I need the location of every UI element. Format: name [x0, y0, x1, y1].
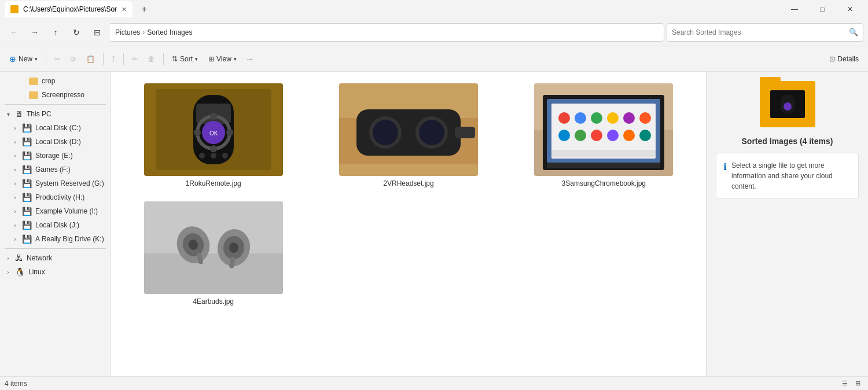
file-item-chromebook[interactable]: 3SamsungChromebook.jpg — [511, 81, 697, 190]
details-info-box: ℹ Select a single file to get more infor… — [716, 153, 859, 199]
view-chevron-icon: ▾ — [234, 56, 237, 62]
info-icon: ℹ — [723, 161, 727, 172]
sidebar-item-drive-k[interactable]: › 💾 A Really Big Drive (K:) — [0, 232, 111, 246]
sidebar-item-screenpresso[interactable]: Screenpresso — [0, 88, 111, 102]
drive-j-icon: 💾 — [22, 220, 32, 230]
expand-icon-drive-g: › — [12, 180, 19, 187]
file-item-vr[interactable]: 2VRHeadset.jpg — [315, 81, 501, 190]
maximize-button[interactable]: □ — [809, 0, 836, 19]
tab[interactable]: C:\Users\Equinox\Pictures\Sor ✕ — [5, 1, 133, 17]
rename-button[interactable]: ✏ — [127, 50, 142, 68]
expand-icon-drive-d: › — [12, 138, 19, 145]
sidebar-item-label-drive-f: Games (F:) — [35, 165, 71, 174]
file-item-roku[interactable]: OK 1RokuRemote.jpg — [120, 81, 306, 190]
svg-point-37 — [607, 130, 619, 141]
forward-button[interactable]: → — [25, 23, 44, 42]
title-bar-controls: — □ ✕ — [781, 0, 863, 19]
expand-icon-linux: › — [5, 268, 12, 275]
sidebar-item-drive-d[interactable]: › 💾 Local Disk (D:) — [0, 135, 111, 149]
sidebar-item-label-drive-c: Local Disk (C:) — [35, 124, 81, 132]
more-button[interactable]: ··· — [242, 50, 258, 68]
sidebar-item-drive-f[interactable]: › 💾 Games (F:) — [0, 163, 111, 176]
grid-view-button[interactable]: ⊞ — [852, 378, 863, 389]
sidebar-item-label-drive-k: A Really Big Drive (K:) — [35, 235, 104, 243]
copy-button[interactable]: ⧉ — [66, 50, 80, 68]
sort-button[interactable]: ⇅ Sort ▾ — [167, 50, 203, 68]
file-item-earbuds[interactable]: 4Earbuds.jpg — [120, 199, 306, 308]
address-bar: ← → ↑ ↻ ⊟ Pictures › Sorted Images 🔍 — [0, 19, 868, 46]
new-tab-button[interactable]: + — [137, 2, 151, 16]
svg-point-30 — [591, 112, 602, 124]
sidebar-item-drive-g[interactable]: › 💾 System Reserved (G:) — [0, 176, 111, 190]
sidebar-item-linux[interactable]: › 🐧 Linux — [0, 265, 111, 279]
svg-point-20 — [419, 120, 444, 145]
address-expand-button[interactable]: ⊟ — [88, 23, 106, 42]
list-view-button[interactable]: ☰ — [839, 378, 851, 389]
close-button[interactable]: ✕ — [837, 0, 863, 19]
svg-point-34 — [558, 130, 570, 141]
sidebar-item-label-drive-i: Example Volume (I:) — [35, 207, 98, 215]
search-icon[interactable]: 🔍 — [849, 28, 858, 36]
tab-close-button[interactable]: ✕ — [122, 6, 127, 13]
drive-c-icon: 💾 — [22, 123, 32, 133]
svg-point-35 — [575, 130, 586, 141]
minimize-button[interactable]: — — [781, 0, 808, 19]
sidebar-item-drive-h[interactable]: › 💾 Productivity (H:) — [0, 190, 111, 204]
svg-point-54 — [784, 102, 792, 111]
sidebar-item-label-drive-d: Local Disk (D:) — [35, 138, 81, 146]
sidebar-item-crop[interactable]: crop — [0, 74, 111, 88]
cut-button[interactable]: ✂ — [50, 50, 65, 68]
svg-point-32 — [623, 112, 635, 124]
svg-rect-21 — [402, 128, 415, 137]
back-button[interactable]: ← — [5, 23, 23, 42]
sidebar-item-label-thispc: This PC — [27, 110, 52, 118]
file-thumb-chromebook — [534, 83, 673, 176]
drive-h-icon: 💾 — [22, 193, 32, 202]
sidebar-item-drive-c[interactable]: › 💾 Local Disk (C:) — [0, 121, 111, 135]
file-name-earbuds: 4Earbuds.jpg — [193, 297, 234, 306]
breadcrumb: Pictures › Sorted Images — [109, 23, 664, 42]
status-view-buttons: ☰ ⊞ — [839, 378, 863, 389]
delete-button[interactable]: 🗑 — [144, 50, 160, 68]
sidebar-item-thispc[interactable]: ▾ 🖥 This PC — [0, 107, 111, 121]
sidebar-item-drive-j[interactable]: › 💾 Local Disk (J:) — [0, 218, 111, 232]
sidebar-item-network[interactable]: › 🖧 Network — [0, 251, 111, 265]
sort-chevron-icon: ▾ — [195, 56, 198, 62]
drive-f-icon: 💾 — [22, 165, 32, 174]
svg-rect-40 — [547, 163, 660, 168]
share-button[interactable]: ⤴ — [107, 50, 120, 68]
sidebar-item-label-drive-h: Productivity (H:) — [35, 193, 84, 201]
sidebar-item-drive-i[interactable]: › 💾 Example Volume (I:) — [0, 204, 111, 218]
status-bar: 4 items ☰ ⊞ — [0, 376, 868, 390]
svg-point-9 — [194, 129, 201, 136]
breadcrumb-sorted-images[interactable]: Sorted Images — [147, 28, 192, 36]
new-button[interactable]: ⊕ New ▾ — [5, 50, 42, 68]
paste-button[interactable]: 📋 — [82, 50, 100, 68]
new-chevron-icon: ▾ — [35, 56, 38, 62]
breadcrumb-pictures[interactable]: Pictures — [115, 28, 140, 36]
sidebar-item-drive-e[interactable]: › 💾 Storage (E:) — [0, 149, 111, 163]
svg-rect-43 — [144, 253, 283, 294]
file-thumb-earbuds — [144, 201, 283, 294]
expand-icon-drive-f: › — [12, 166, 19, 173]
svg-point-10 — [226, 129, 233, 136]
title-bar-left: C:\Users\Equinox\Pictures\Sor ✕ + — [5, 1, 151, 17]
search-box[interactable]: 🔍 — [667, 23, 863, 42]
svg-point-36 — [591, 130, 602, 141]
svg-point-31 — [607, 112, 619, 124]
toolbar-separator-4 — [163, 53, 164, 65]
drive-k-icon: 💾 — [22, 234, 32, 244]
svg-point-33 — [639, 112, 651, 124]
delete-icon: 🗑 — [148, 55, 155, 63]
refresh-button[interactable]: ↻ — [67, 23, 86, 42]
expand-icon-thispc: ▾ — [5, 111, 12, 117]
svg-point-13 — [222, 153, 228, 159]
search-input[interactable] — [672, 28, 847, 36]
details-button[interactable]: ⊡ Details — [825, 50, 863, 68]
up-button[interactable]: ↑ — [46, 23, 65, 42]
toolbar-separator-2 — [103, 53, 104, 65]
svg-rect-41 — [551, 150, 656, 157]
sidebar-item-label-linux: Linux — [28, 268, 45, 276]
view-button[interactable]: ⊞ View ▾ — [204, 50, 241, 68]
drive-e-icon: 💾 — [22, 151, 32, 160]
